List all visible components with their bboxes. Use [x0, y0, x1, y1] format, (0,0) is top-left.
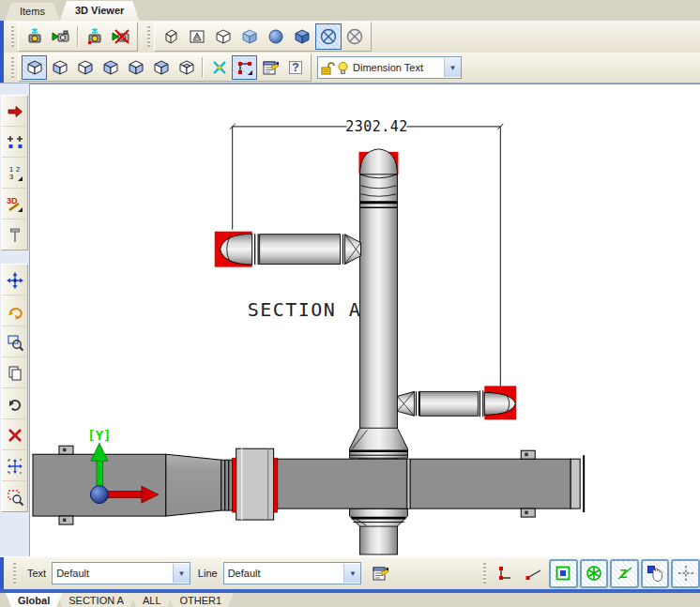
- help-icon: ?: [286, 58, 305, 77]
- viewport-3d[interactable]: 2302.42: [30, 83, 700, 556]
- snap-node-button[interactable]: [549, 559, 578, 588]
- view-right-button[interactable]: [98, 55, 123, 80]
- view-left-button[interactable]: [72, 55, 98, 80]
- view-right-icon: [101, 58, 120, 77]
- camera-toolbar: [18, 22, 138, 52]
- sheet-tab-section-a[interactable]: SECTION A: [56, 593, 136, 607]
- snap-nearest-button[interactable]: Z: [610, 559, 639, 588]
- line-style-value: Default: [224, 568, 344, 579]
- view-iso-button[interactable]: [174, 55, 199, 80]
- toolbar-gripper[interactable]: [147, 26, 150, 47]
- pan-hand-button[interactable]: [641, 559, 670, 588]
- pan-button[interactable]: [2, 265, 27, 296]
- sheet-tab-other1[interactable]: OTHER1: [168, 593, 235, 607]
- duct-segment-main: [278, 459, 571, 508]
- edit-3d-button[interactable]: 3D: [2, 189, 27, 220]
- style-properties-button[interactable]: [367, 560, 393, 586]
- view-left-icon: [76, 58, 95, 77]
- toolbar-gripper[interactable]: [483, 563, 486, 584]
- crosshair-button[interactable]: [671, 559, 700, 588]
- toolbar-separator: [202, 57, 204, 78]
- orbit-button[interactable]: [2, 296, 27, 326]
- text-style-combo[interactable]: Default ▼: [52, 562, 190, 584]
- sheet-tab-all[interactable]: ALL: [130, 593, 174, 607]
- view-iso-icon: [177, 58, 196, 77]
- snapshot-camera-marker-button[interactable]: [82, 23, 108, 50]
- sheet-tab-bar: Global SECTION A ALL OTHER1: [0, 593, 700, 607]
- window-frame-edge: [0, 21, 4, 53]
- style-combo[interactable]: Dimension Text ▼: [317, 56, 462, 79]
- view-top-button[interactable]: [22, 55, 47, 80]
- section-label[interactable]: SECTION A: [248, 298, 362, 321]
- record-camera-off-icon: [112, 27, 130, 46]
- duct-run[interactable]: [33, 446, 584, 524]
- left-branch-pipe[interactable]: [221, 234, 361, 265]
- style-toolbar: Text Default ▼ Line Default ▼ Z: [0, 556, 700, 589]
- dimension-nodes-button[interactable]: [232, 55, 257, 80]
- view-top-icon: [25, 58, 44, 77]
- sheet-tab-global[interactable]: Global: [6, 593, 62, 607]
- refresh-button[interactable]: [2, 388, 27, 419]
- application-window: Items 3D Viewer A: [0, 0, 700, 607]
- pin-button[interactable]: [2, 220, 27, 250]
- duct-gasket: [233, 458, 236, 512]
- numbering-button[interactable]: 123: [2, 158, 27, 189]
- line-style-combo[interactable]: Default ▼: [223, 562, 362, 584]
- snap-center-button[interactable]: [580, 559, 609, 588]
- copy-button[interactable]: [2, 357, 27, 388]
- view-front-button[interactable]: [123, 55, 148, 80]
- style-combo-icons: [318, 61, 349, 75]
- annotation-display-button[interactable]: A: [184, 23, 210, 50]
- axes-cross-button[interactable]: [206, 55, 232, 80]
- snapshot-camera-marker-icon: [85, 27, 104, 46]
- wireframe-cube-icon: [161, 27, 180, 46]
- hidden-line-cube-button[interactable]: [210, 23, 236, 50]
- style-combo-value: Dimension Text: [349, 62, 444, 73]
- tab-items[interactable]: Items: [5, 3, 60, 21]
- tab-3d-viewer[interactable]: 3D Viewer: [60, 1, 139, 21]
- zoom-extents-button[interactable]: [2, 450, 27, 481]
- smooth-sphere-button[interactable]: [263, 23, 289, 50]
- window-frame-edge: [0, 53, 4, 83]
- edit-3d-icon: 3D: [6, 195, 24, 214]
- refresh-icon: [6, 395, 24, 414]
- properties-icon: [261, 58, 280, 77]
- svg-text:3: 3: [9, 172, 13, 180]
- view-back-button[interactable]: [148, 55, 174, 80]
- help-button[interactable]: ?: [282, 55, 308, 80]
- toolbar-gripper[interactable]: [11, 26, 14, 47]
- line-style-dropdown[interactable]: ▼: [343, 564, 360, 583]
- style-combo-dropdown[interactable]: ▼: [444, 58, 461, 77]
- smooth-sphere-icon: [266, 27, 285, 46]
- aligned-dimension-button[interactable]: [521, 560, 548, 587]
- origin-sphere: [90, 486, 108, 504]
- perspective-sphere-on-icon: [319, 27, 338, 46]
- snap-node-icon: [554, 564, 572, 583]
- snap-points-button[interactable]: [2, 127, 27, 158]
- record-camera-off-button[interactable]: [108, 23, 134, 50]
- red-arrow-button[interactable]: [2, 96, 27, 127]
- toolbar-gripper[interactable]: [13, 563, 16, 584]
- pin-icon: [6, 226, 24, 245]
- view-bottom-button[interactable]: [47, 55, 72, 80]
- record-camera-button[interactable]: [48, 23, 74, 50]
- snapshot-camera-button[interactable]: [22, 23, 48, 50]
- properties-button[interactable]: [257, 55, 282, 80]
- ortho-dimension-button[interactable]: [492, 560, 519, 587]
- perspective-sphere-off-button[interactable]: [342, 23, 368, 50]
- axes-cross-icon: [210, 58, 229, 77]
- flat-shaded-cube-button[interactable]: [236, 23, 263, 50]
- text-style-dropdown[interactable]: ▼: [173, 564, 190, 583]
- perspective-sphere-on-button[interactable]: [315, 23, 342, 50]
- zoom-region-button[interactable]: [2, 326, 27, 357]
- duct-gasket: [274, 458, 278, 512]
- wireframe-cube-button[interactable]: [158, 23, 184, 50]
- toolbar-gripper[interactable]: [11, 57, 14, 78]
- orbit-icon: [6, 302, 24, 321]
- shaded-edges-cube-icon: [293, 27, 312, 46]
- delete-button[interactable]: [2, 419, 27, 450]
- zoom-window-button[interactable]: [2, 481, 27, 511]
- shaded-edges-cube-button[interactable]: [289, 23, 315, 50]
- snap-nearest-icon: Z: [616, 564, 634, 583]
- right-branch-pipe[interactable]: [397, 390, 515, 417]
